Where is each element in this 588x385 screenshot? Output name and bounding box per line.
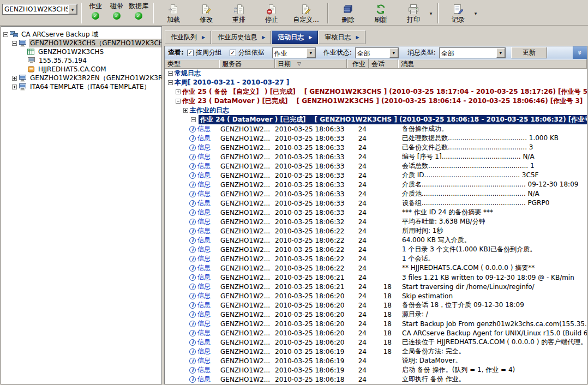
- group-by-select[interactable]: 作业 ▼: [272, 47, 316, 58]
- tree-item-genzho1w2k3r2en[interactable]: GENZHO1W2K3R2EN（GENZHO1W2K3R2EN）: [1, 74, 161, 82]
- log-row[interactable]: i 信息 GENZHO1W2... 2010-03-25 18:06:33 24…: [165, 143, 587, 152]
- delete-button[interactable]: 删除: [332, 2, 364, 25]
- modify-button[interactable]: 修改: [190, 2, 223, 25]
- log-row[interactable]: i 信息 GENZHO1W2... 2010-03-25 18:06:33 24…: [165, 134, 587, 143]
- log-row[interactable]: i 信息 GENZHO1W2... 2010-03-25 18:06:19 24…: [165, 365, 587, 375]
- log-row[interactable]: i 信息 GENZHO1W2... 2010-03-25 18:06:18 24…: [165, 375, 587, 384]
- column-header-job[interactable]: 作业: [347, 59, 369, 68]
- chevron-down-icon[interactable]: ▼: [389, 48, 398, 58]
- log-row-server: GENZHO1W2...: [219, 200, 275, 207]
- column-header-date[interactable]: 日期 ▽: [275, 59, 347, 68]
- log-row-job: 24: [347, 190, 369, 198]
- log-row[interactable]: i 信息 GENZHO1W2... 2010-03-25 18:06:22 24…: [165, 236, 587, 245]
- record-dropdown-icon[interactable]: ▼: [472, 2, 479, 25]
- tree-item-hjjredhat5[interactable]: HJJREDHAT5.CA.COM: [1, 65, 161, 74]
- collapse-icon[interactable]: [168, 71, 173, 76]
- log-row[interactable]: i 信息 GENZHO1W2... 2010-03-25 18:06:33 24…: [165, 189, 587, 198]
- log-row-message: 说明: DataMover。: [398, 356, 587, 365]
- reschedule-icon: [233, 3, 245, 16]
- message-type-select[interactable]: 全部 ▼: [439, 47, 506, 58]
- reschedule-button[interactable]: 重排: [223, 2, 255, 25]
- log-row[interactable]: i 信息 GENZHO1W2... 2010-03-25 18:06:20 24…: [165, 338, 587, 347]
- tree-item-domain[interactable]: CA ARCserve Backup 域: [1, 30, 161, 39]
- print-dropdown-icon[interactable]: ▼: [428, 2, 434, 25]
- log-row[interactable]: i 信息 GENZHO1W2... 2010-03-25 18:06:20 24…: [165, 328, 587, 338]
- log-row[interactable]: i 信息 GENZHO1W2... 2010-03-25 18:06:20 24…: [165, 300, 587, 310]
- collapse-icon[interactable]: [12, 41, 17, 46]
- log-row-job: 24: [347, 311, 369, 318]
- info-icon: i: [189, 265, 196, 272]
- log-row[interactable]: i 信息 GENZHO1W2... 2010-03-25 18:06:21 24…: [165, 273, 587, 282]
- tree-item-genzho1w2k3chs-db[interactable]: GENZHO1W2K3CHS: [1, 47, 161, 56]
- print-button[interactable]: 打印: [397, 2, 430, 25]
- log-group-master-job-logs[interactable]: 主作业的日志: [165, 106, 587, 115]
- expand-icon[interactable]: [176, 89, 181, 94]
- log-row[interactable]: i 信息 GENZHO1W2... 2010-03-25 18:06:33 24…: [165, 208, 587, 217]
- collapse-icon[interactable]: [3, 32, 8, 37]
- log-row[interactable]: i 信息 GENZHO1W2... 2010-03-25 18:06:19 24…: [165, 347, 587, 356]
- column-header-row: 类型 服务器 日期 ▽ 作业 会话 消息: [165, 59, 587, 69]
- tab-job-history[interactable]: 作业历史信息▶: [212, 31, 271, 44]
- log-group-job-24-selected[interactable]: 作业 24 ( DataMover ) [已完成] [ GENZHO1W2K3C…: [165, 115, 587, 124]
- stop-button[interactable]: 停止: [255, 2, 288, 25]
- log-row[interactable]: i 信息 GENZHO1W2... 2010-03-25 18:06:33 24…: [165, 180, 587, 189]
- expand-filter-button[interactable]: »: [573, 46, 587, 59]
- log-row[interactable]: i 信息 GENZHO1W2... 2010-03-25 18:06:33 24…: [165, 171, 587, 180]
- tree-item-genzho1w2k3chs-server[interactable]: GENZHO1W2K3CHS（GENZHO1W2K3CHS）: [1, 39, 161, 47]
- collapse-icon[interactable]: [176, 99, 181, 104]
- chevron-down-icon[interactable]: ▼: [68, 4, 77, 14]
- expand-icon[interactable]: [183, 108, 188, 113]
- log-row-server: GENZHO1W2...: [219, 209, 275, 216]
- log-row[interactable]: i 信息 GENZHO1W2... 2010-03-25 18:06:22 24…: [165, 226, 587, 236]
- load-button[interactable]: 加载: [157, 2, 190, 25]
- log-group-job-23[interactable]: 作业 23 ( DataMover ) [已完成] [ GENZHO1W2K3C…: [165, 97, 587, 106]
- refresh-button[interactable]: 刷新: [364, 2, 397, 25]
- tab-audit-log[interactable]: 审核日志▶: [319, 31, 365, 44]
- log-row[interactable]: i 信息 GENZHO1W2... 2010-03-25 18:06:33 24…: [165, 198, 587, 208]
- log-group-this-week[interactable]: 本周[ 2010-03-21 - 2010-03-27 ]: [165, 78, 587, 87]
- expand-icon[interactable]: [12, 85, 17, 89]
- customize-icon: [300, 3, 312, 16]
- column-header-server[interactable]: 服务器: [219, 59, 275, 68]
- log-row[interactable]: i 信息 GENZHO1W2... 2010-03-25 18:06:33 24…: [165, 124, 587, 134]
- log-row[interactable]: i 信息 GENZHO1W2... 2010-03-25 18:06:21 24…: [165, 282, 587, 291]
- group-by-checkbox[interactable]: 分组依据: [230, 48, 265, 57]
- log-row-date: 2010-03-25 18:06:33: [275, 135, 347, 142]
- tab-activity-log[interactable]: 活动日志▶: [272, 31, 318, 44]
- server-combo[interactable]: GENZHO1W2K3CHS ▼: [2, 4, 77, 15]
- log-row-server: GENZHO1W2...: [219, 283, 275, 291]
- record-button[interactable]: 记录: [442, 2, 475, 25]
- log-row-job: 24: [347, 357, 369, 365]
- info-icon: i: [189, 321, 196, 327]
- log-row[interactable]: i 信息 GENZHO1W2... 2010-03-25 18:06:33 24…: [165, 152, 587, 161]
- column-header-type[interactable]: 类型: [165, 59, 219, 68]
- group-by-week-checkbox[interactable]: 按周分组: [187, 48, 222, 57]
- domain-tree-panel: CA ARCserve Backup 域 GENZHO1W2K3CHS（GENZ…: [1, 26, 162, 384]
- tab-job-queue[interactable]: 作业队列▶: [165, 31, 211, 44]
- tree-item-ita64-template[interactable]: ITA64-TEMPLATE（ITA64-TEMPLATE）: [1, 82, 161, 91]
- log-group-job-25[interactable]: 作业 25 ( 备份 【自定义】 ) [已完成] [ GENZHO1W2K3CH…: [165, 87, 587, 97]
- log-row[interactable]: i 信息 GENZHO1W2... 2010-03-25 18:06:20 24…: [165, 319, 587, 328]
- expand-icon[interactable]: [12, 76, 17, 81]
- log-row[interactable]: i 信息 GENZHO1W2... 2010-03-25 18:06:32 24…: [165, 217, 587, 226]
- log-row[interactable]: i 信息 GENZHO1W2... 2010-03-25 18:06:33 24…: [165, 161, 587, 171]
- log-row[interactable]: i 信息 GENZHO1W2... 2010-03-25 18:06:20 24…: [165, 291, 587, 300]
- collapse-icon[interactable]: [191, 117, 196, 122]
- chevron-down-icon[interactable]: ▼: [307, 48, 315, 58]
- log-row[interactable]: i 信息 GENZHO1W2... 2010-03-25 18:06:22 24…: [165, 245, 587, 254]
- chevron-down-icon[interactable]: ▼: [496, 48, 505, 58]
- update-button[interactable]: 更新: [511, 47, 547, 58]
- log-row-message: 1 个目录 3 个文件(1.000 KB)已备份到介质。: [398, 245, 587, 254]
- customize-button[interactable]: 自定义...: [288, 2, 324, 25]
- tree-item-155-35-75-194[interactable]: 155.35.75.194: [1, 56, 161, 65]
- log-row[interactable]: i 信息 GENZHO1W2... 2010-03-25 18:06:19 24…: [165, 356, 587, 365]
- log-row[interactable]: i 信息 GENZHO1W2... 2010-03-25 18:06:22 24…: [165, 263, 587, 273]
- log-row[interactable]: i 信息 GENZHO1W2... 2010-03-25 18:06:22 24…: [165, 254, 587, 263]
- log-row-date: 2010-03-25 18:06:22: [275, 237, 347, 244]
- log-group-regular[interactable]: 常规日志: [165, 69, 587, 78]
- collapse-icon[interactable]: [168, 80, 173, 85]
- column-header-session[interactable]: 会话: [369, 59, 398, 68]
- log-row[interactable]: i 信息 GENZHO1W2... 2010-03-25 18:06:20 24…: [165, 310, 587, 319]
- column-header-message[interactable]: 消息: [398, 59, 587, 68]
- job-status-select[interactable]: 全部 ▼: [355, 47, 399, 58]
